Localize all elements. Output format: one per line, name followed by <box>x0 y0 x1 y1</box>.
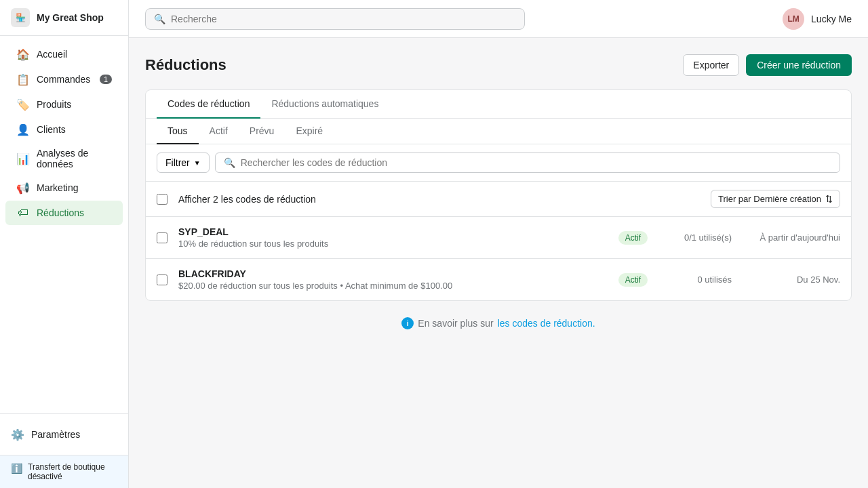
main-tabs: Codes de réduction Réductions automatiqu… <box>146 90 851 119</box>
filter-button[interactable]: Filtrer ▼ <box>157 152 210 173</box>
row-info-syp: SYP_DEAL 10% de réduction sur tous les p… <box>178 226 602 249</box>
page-title: Réductions <box>145 56 226 74</box>
row-checkbox-blackfriday[interactable] <box>157 274 167 285</box>
sidebar: 🏪 My Great Shop 🏠 Accueil 📋 Commandes 1 … <box>0 0 129 488</box>
tab-codes-reduction[interactable]: Codes de réduction <box>157 90 260 119</box>
orders-icon: 📋 <box>16 73 30 86</box>
search-bar[interactable]: 🔍 <box>145 8 525 30</box>
avatar[interactable]: LM <box>783 8 804 30</box>
sidebar-item-clients[interactable]: 👤 Clients <box>5 117 123 142</box>
status-badge: Actif <box>618 231 648 245</box>
marketing-icon: 📢 <box>16 181 30 195</box>
orders-badge: 1 <box>100 75 112 84</box>
user-name[interactable]: Lucky Me <box>811 14 852 24</box>
sidebar-item-produits[interactable]: 🏷️ Produits <box>5 92 123 117</box>
header-actions: Exporter Créer une réduction <box>683 54 852 76</box>
table-row[interactable]: BLACKFRIDAY $20.00 de réduction sur tous… <box>146 259 851 300</box>
info-footer: i En savoir plus sur les codes de réduct… <box>145 301 852 346</box>
discount-usage: 0/1 utilisé(s) <box>664 232 732 243</box>
settings-item[interactable]: ⚙️ Paramètres <box>11 422 117 447</box>
row-checkbox-syp[interactable] <box>157 232 167 243</box>
sidebar-header: 🏪 My Great Shop <box>0 0 128 36</box>
search-filter-icon: 🔍 <box>224 157 235 168</box>
sidebar-nav: 🏠 Accueil 📋 Commandes 1 🏷️ Produits 👤 Cl… <box>0 36 128 230</box>
reductions-icon: 🏷 <box>16 206 30 220</box>
transfer-banner: ℹ️ Transfert de boutique désactivé <box>0 455 128 488</box>
shop-logo-icon: 🏪 <box>11 8 30 27</box>
discount-date: Du 25 Nov. <box>732 274 840 285</box>
filter-label: Filtrer <box>165 157 190 168</box>
status-badge: Actif <box>618 273 648 287</box>
transfer-text: Transfert de boutique désactivé <box>28 462 117 481</box>
sort-label: Trier par Dernière création <box>718 194 821 204</box>
search-filter-input[interactable] <box>241 157 831 168</box>
sidebar-item-label: Réductions <box>37 207 84 218</box>
search-input[interactable] <box>171 14 516 24</box>
shop-name: My Great Shop <box>37 12 104 23</box>
analytics-icon: 📊 <box>16 152 30 165</box>
sidebar-item-label: Accueil <box>37 49 67 60</box>
table-row[interactable]: SYP_DEAL 10% de réduction sur tous les p… <box>146 217 851 259</box>
sidebar-item-label: Clients <box>37 124 66 135</box>
info-circle-icon: i <box>401 317 414 329</box>
sidebar-item-commandes[interactable]: 📋 Commandes 1 <box>5 67 123 92</box>
sub-tab-expire[interactable]: Expiré <box>285 119 334 144</box>
export-button[interactable]: Exporter <box>683 54 739 76</box>
settings-icon: ⚙️ <box>11 428 24 441</box>
main-area: 🔍 LM Lucky Me Réductions Exporter Créer … <box>129 0 868 488</box>
select-all-checkbox[interactable] <box>157 194 167 205</box>
discount-description: $20.00 de réduction sur tous les produit… <box>178 281 602 291</box>
filter-row: Filtrer ▼ 🔍 <box>146 144 851 182</box>
sidebar-item-marketing[interactable]: 📢 Marketing <box>5 176 123 200</box>
sidebar-item-accueil[interactable]: 🏠 Accueil <box>5 42 123 66</box>
products-icon: 🏷️ <box>16 98 30 111</box>
search-icon: 🔍 <box>154 14 165 24</box>
row-info-blackfriday: BLACKFRIDAY $20.00 de réduction sur tous… <box>178 268 602 291</box>
sub-tab-tous[interactable]: Tous <box>157 119 199 144</box>
discount-date: À partir d'aujourd'hui <box>732 232 840 243</box>
create-reduction-button[interactable]: Créer une réduction <box>746 54 852 76</box>
sub-tab-prevu[interactable]: Prévu <box>239 119 285 144</box>
topbar: 🔍 LM Lucky Me <box>129 0 868 38</box>
sidebar-item-label: Analyses de données <box>37 148 112 169</box>
sort-chevron-icon: ⇅ <box>825 194 833 204</box>
clients-icon: 👤 <box>16 123 30 136</box>
sub-tabs: Tous Actif Prévu Expiré <box>146 119 851 144</box>
sidebar-footer: ⚙️ Paramètres <box>0 413 128 455</box>
settings-label: Paramètres <box>31 429 80 440</box>
header-count: Afficher 2 les codes de réduction <box>178 194 316 205</box>
content: Réductions Exporter Créer une réduction … <box>129 38 868 488</box>
sidebar-item-label: Produits <box>37 99 71 110</box>
discount-code: SYP_DEAL <box>178 226 602 237</box>
discount-code: BLACKFRIDAY <box>178 268 602 279</box>
sort-dropdown[interactable]: Trier par Dernière création ⇅ <box>711 190 840 208</box>
sidebar-item-label: Marketing <box>37 182 78 193</box>
sidebar-item-label: Commandes <box>37 74 90 85</box>
discount-description: 10% de réduction sur tous les produits <box>178 239 602 249</box>
home-icon: 🏠 <box>16 47 30 61</box>
chevron-down-icon: ▼ <box>194 159 201 167</box>
page-header: Réductions Exporter Créer une réduction <box>145 54 852 76</box>
sub-tab-actif[interactable]: Actif <box>199 119 239 144</box>
sidebar-item-analyses[interactable]: 📊 Analyses de données <box>5 142 123 175</box>
transfer-info-icon: ℹ️ <box>11 463 22 474</box>
info-footer-link[interactable]: les codes de réduction. <box>498 318 595 329</box>
sidebar-item-reductions[interactable]: 🏷 Réductions <box>5 201 123 225</box>
tab-reductions-automatiques[interactable]: Réductions automatiques <box>260 90 389 119</box>
table-header: Afficher 2 les codes de réduction Trier … <box>146 182 851 217</box>
discount-usage: 0 utilisés <box>664 274 732 285</box>
search-filter-bar[interactable]: 🔍 <box>215 152 840 173</box>
info-footer-text: En savoir plus sur <box>418 318 493 329</box>
reductions-card: Codes de réduction Réductions automatiqu… <box>145 89 852 301</box>
